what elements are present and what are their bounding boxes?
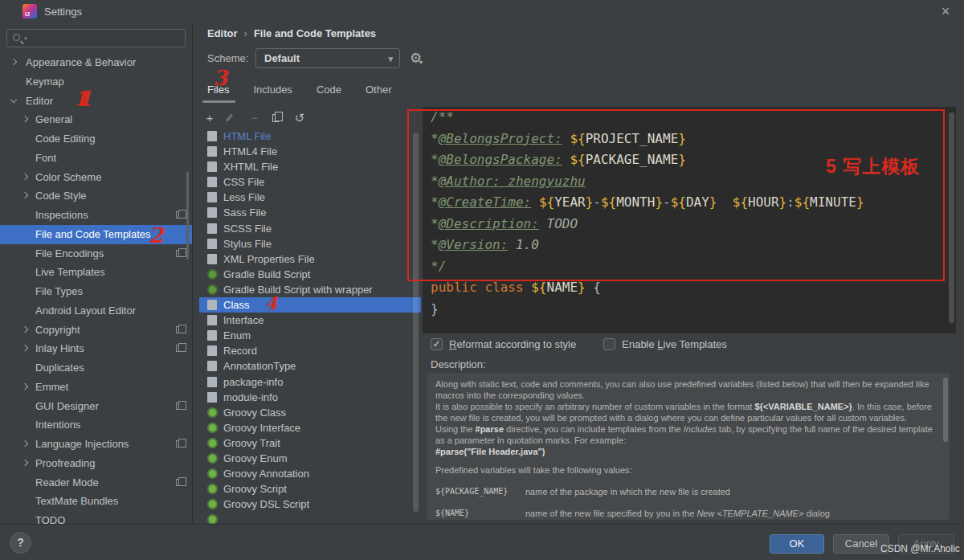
template-item-html-file[interactable]: HTML File [199, 129, 421, 144]
reset-template-button[interactable]: ↺ [292, 111, 307, 125]
template-list-toolbar: +−↺ [202, 111, 307, 125]
sidebar-item-code-editing[interactable]: Code Editing [0, 129, 192, 149]
sidebar-item-reader-mode[interactable]: Reader Mode [0, 473, 192, 493]
sidebar-item-file-types[interactable]: File Types [0, 282, 192, 301]
template-item-groovy-script[interactable]: Groovy Script [199, 481, 421, 497]
tab-other[interactable]: Other [359, 80, 410, 101]
breadcrumb-editor[interactable]: Editor [207, 27, 238, 39]
scheme-select[interactable]: Default ▾ [255, 48, 400, 68]
sidebar-item-label: Live Templates [35, 263, 104, 282]
template-item-groovy-dsl-script[interactable]: Groovy DSL Script [199, 497, 421, 512]
close-icon[interactable]: × [937, 2, 954, 20]
variable-name: ${PACKAGE_NAME} [435, 486, 525, 497]
sidebar-item-color-scheme[interactable]: Color Scheme [0, 168, 192, 187]
gear-icon[interactable]: ⚙▾ [410, 50, 422, 67]
editor-scrollbar[interactable] [949, 112, 954, 323]
sidebar-item-proofreading[interactable]: Proofreading [0, 454, 192, 473]
sidebar-item-label: Proofreading [35, 454, 95, 473]
template-item-label: Gradle Build Script with wrapper [223, 282, 373, 297]
unchecked-checkbox[interactable]: ✓ [603, 338, 615, 350]
sidebar-item-general[interactable]: General [0, 110, 192, 129]
sidebar-item-font[interactable]: Font [0, 149, 192, 168]
sidebar-item-duplicates[interactable]: Duplicates [0, 358, 192, 378]
sidebar-item-inlay-hints[interactable]: Inlay Hints [0, 339, 192, 358]
sidebar-item-file-encodings[interactable]: File Encodings [0, 244, 192, 264]
sidebar-item-intentions[interactable]: Intentions [0, 415, 192, 435]
template-item-gradle-build-script[interactable]: Gradle Build Script [199, 267, 421, 282]
sidebar-item-label: Reader Mode [35, 473, 99, 493]
description-label: Description: [431, 358, 486, 370]
ok-button[interactable]: OK [770, 534, 824, 554]
intellij-logo-icon: IJ [22, 4, 37, 18]
template-item-gradle-build-script-with-wrapper[interactable]: Gradle Build Script with wrapper [199, 282, 421, 297]
template-item-less-file[interactable]: Less File [199, 190, 421, 205]
chevron-right-icon [22, 345, 28, 351]
template-item-label: HTML4 File [223, 144, 277, 159]
sidebar-item-label: Keymap [26, 72, 64, 92]
template-item-groovy-trait[interactable]: Groovy Trait [199, 435, 421, 451]
chevron-right-icon [22, 325, 28, 332]
add-template-button[interactable]: + [202, 111, 217, 125]
template-item-class[interactable]: Class4 [199, 297, 421, 313]
sidebar-item-label: Android Layout Editor [35, 301, 136, 321]
breadcrumb-separator-icon: › [238, 27, 254, 39]
template-item-stylus-file[interactable]: Stylus File [199, 236, 421, 251]
file-type-icon [207, 345, 217, 356]
sidebar-scrollbar[interactable] [186, 171, 189, 260]
sidebar-item-android-layout-editor[interactable]: Android Layout Editor [0, 301, 192, 321]
template-item-interface[interactable]: Interface [199, 313, 421, 328]
template-item-groovy-interface[interactable]: Groovy Interface [199, 420, 421, 435]
template-item-groovy-class[interactable]: Groovy Class [199, 405, 421, 420]
tab-code[interactable]: Code [310, 80, 359, 101]
build-script-icon [207, 499, 218, 509]
template-item-sass-file[interactable]: Sass File [199, 205, 421, 220]
sidebar-item-editor[interactable]: Editor1 [0, 92, 192, 111]
template-item-scss-file[interactable]: SCSS File [199, 221, 421, 236]
template-item-record[interactable]: Record [199, 343, 421, 358]
template-item-groovy-annotation[interactable]: Groovy Annotation [199, 466, 421, 481]
option-enable-live-templates[interactable]: ✓Enable Live Templates [603, 338, 727, 350]
sidebar-item-emmet[interactable]: Emmet [0, 378, 192, 397]
option-label: Enable Live Templates [622, 338, 727, 350]
template-item-module-info[interactable]: module-info [199, 390, 421, 405]
build-script-icon [207, 269, 218, 280]
template-item-package-info[interactable]: package-info [199, 374, 421, 390]
checked-checkbox[interactable]: ✓ [431, 338, 443, 350]
copy-template-button[interactable] [270, 111, 284, 125]
template-item-annotationtype[interactable]: AnnotationType [199, 358, 421, 374]
template-item-xml-properties-file[interactable]: XML Properties File [199, 251, 421, 267]
help-button[interactable]: ? [10, 532, 31, 554]
sidebar-item-live-templates[interactable]: Live Templates [0, 263, 192, 282]
sidebar-item-textmate-bundles[interactable]: TextMate Bundles [0, 492, 192, 511]
sidebar-item-copyright[interactable]: Copyright [0, 321, 192, 340]
annotation-number: 4 [265, 296, 277, 311]
option-reformat-according-to-style[interactable]: ✓Reformat according to style [431, 338, 576, 350]
template-item-html4-file[interactable]: HTML4 File [199, 144, 421, 159]
sidebar-item-file-and-code-templates[interactable]: File and Code Templates2 [0, 225, 192, 244]
annotation-number-3: 3 [213, 66, 227, 90]
template-item-xhtml-file[interactable]: XHTML File [199, 159, 421, 174]
chevron-right-icon [22, 173, 28, 179]
template-item-label: Groovy Trait [223, 435, 280, 451]
sidebar-item-gui-designer[interactable]: GUI Designer [0, 397, 192, 416]
description-paragraph: Using the #parse directive, you can incl… [435, 423, 942, 446]
sidebar-item-code-style[interactable]: Code Style [0, 186, 192, 206]
search-input[interactable]: ▾ [6, 29, 186, 47]
sidebar-item-keymap[interactable]: Keymap [0, 72, 192, 92]
description-paragraph: It is also possible to specify an arbitr… [435, 401, 942, 423]
file-type-icon [207, 330, 217, 341]
template-item-css-file[interactable]: CSS File [199, 174, 421, 190]
sidebar-item-language-injections[interactable]: Language Injections [0, 435, 192, 454]
sidebar-item-todo[interactable]: TODO [0, 511, 192, 524]
chevron-right-icon [10, 59, 17, 65]
sidebar-item-appearance-behavior[interactable]: Appearance & Behavior [0, 53, 192, 72]
breadcrumb-current: File and Code Templates [254, 27, 376, 39]
template-item-label: package-info [223, 374, 283, 390]
tab-includes[interactable]: Includes [247, 80, 309, 101]
template-item-groovy-enum[interactable]: Groovy Enum [199, 451, 421, 466]
sidebar-item-label: Font [35, 149, 56, 168]
template-item-item[interactable] [199, 512, 421, 524]
template-item-enum[interactable]: Enum [199, 328, 421, 343]
sidebar-item-inspections[interactable]: Inspections [0, 206, 192, 225]
description-scrollbar[interactable] [943, 378, 948, 442]
